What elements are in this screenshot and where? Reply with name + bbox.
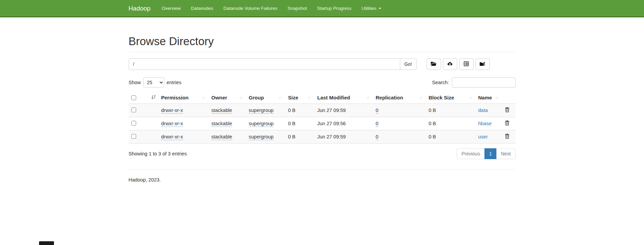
directory-link[interactable]: hbase	[478, 121, 492, 126]
trash-icon	[505, 135, 510, 140]
pagination-previous[interactable]: Previous	[457, 148, 484, 159]
sort-icon: ↓↑	[308, 95, 312, 100]
owner-cell[interactable]: stackable	[211, 108, 232, 114]
cloud-upload-icon	[447, 61, 453, 67]
sort-icon: ↓↑	[279, 95, 283, 100]
header-group[interactable]: Group↓↑	[246, 92, 286, 104]
nav-overview[interactable]: Overview	[157, 0, 186, 17]
nav-snapshot[interactable]: Snapshot	[282, 0, 312, 17]
header-name[interactable]: Name↓↑	[476, 92, 502, 104]
row-checkbox[interactable]	[131, 108, 136, 112]
sort-icon: ↓↑	[469, 95, 473, 100]
trash-icon	[505, 108, 510, 113]
replication-cell[interactable]: 0	[376, 134, 379, 140]
caret-down-icon	[379, 8, 381, 9]
search-label: Search:	[432, 80, 449, 85]
nav-datanode-volume-failures[interactable]: Datanode Volume Failures	[218, 0, 282, 17]
path-bar: Go!	[129, 58, 516, 70]
sort-icon: ↓↑	[366, 95, 370, 100]
header-replication[interactable]: Replication↓↑	[373, 92, 426, 104]
nav-startup-progress[interactable]: Startup Progress	[312, 0, 356, 17]
upload-files-button[interactable]	[443, 58, 457, 70]
entries-info: Showing 1 to 3 of 3 entries	[129, 151, 187, 156]
sort-icon: ↓↑	[202, 95, 206, 100]
folder-move-icon	[480, 61, 485, 67]
table-footer: Showing 1 to 3 of 3 entries Previous 1 N…	[129, 148, 516, 159]
delete-button[interactable]	[505, 107, 510, 113]
create-directory-button[interactable]	[427, 58, 441, 70]
table-controls: Show 25 entries Search:	[129, 77, 516, 88]
header-size[interactable]: Size↓↑	[286, 92, 315, 104]
navbar: Hadoop Overview Datanodes Datanode Volum…	[0, 0, 644, 17]
group-cell[interactable]: supergroup	[249, 121, 274, 127]
block-size-cell: 0 B	[429, 108, 436, 113]
directory-link[interactable]: user	[478, 134, 488, 139]
size-cell: 0 B	[288, 134, 296, 139]
sort-icon: ↓↑	[495, 95, 499, 100]
screen-artifact	[39, 241, 54, 245]
block-size-cell: 0 B	[429, 121, 436, 126]
brand-hadoop[interactable]: Hadoop	[129, 5, 157, 12]
table-header-row: Permission↓↑ Owner↓↑ Group↓↑ Size↓↑ Last…	[129, 92, 516, 104]
sort-icon: ↓↑	[419, 95, 423, 100]
header-delete	[502, 92, 516, 104]
replication-cell[interactable]: 0	[376, 108, 379, 114]
header-permission[interactable]: Permission↓↑	[159, 92, 209, 104]
block-size-cell: 0 B	[429, 134, 436, 139]
last-modified-cell: Jun 27 09:56	[317, 121, 346, 126]
entries-label: entries	[167, 80, 182, 85]
page-header: Browse Directory	[129, 35, 516, 52]
directory-link[interactable]: data	[478, 108, 488, 113]
directory-path-input[interactable]	[129, 58, 400, 70]
show-label: Show	[129, 80, 141, 85]
replication-cell[interactable]: 0	[376, 121, 379, 127]
owner-cell[interactable]: stackable	[211, 134, 232, 140]
cut-and-paste-button[interactable]	[459, 58, 474, 70]
sort-icon: ↓↑	[239, 95, 243, 100]
site-footer: Hadoop, 2023.	[129, 177, 516, 183]
pagination: Previous 1 Next	[457, 148, 515, 159]
group-cell[interactable]: supergroup	[249, 108, 274, 114]
group-cell[interactable]: supergroup	[249, 134, 274, 140]
table-row: drwxr-xr-x stackable supergroup 0 B Jun …	[129, 104, 516, 117]
last-modified-cell: Jun 27 09:59	[317, 134, 346, 139]
permission-cell[interactable]: drwxr-xr-x	[161, 121, 183, 127]
trash-icon	[505, 121, 510, 127]
move-button[interactable]	[476, 58, 490, 70]
delete-button[interactable]	[505, 120, 510, 127]
owner-cell[interactable]: stackable	[211, 121, 232, 127]
header-block-size[interactable]: Block Size↓↑	[426, 92, 476, 104]
sort-asc-icon	[151, 95, 156, 100]
permission-cell[interactable]: drwxr-xr-x	[161, 134, 183, 140]
nav-datanodes[interactable]: Datanodes	[186, 0, 218, 17]
folder-open-icon	[431, 61, 437, 67]
last-modified-cell: Jun 27 09:59	[317, 108, 346, 113]
header-select[interactable]	[129, 92, 159, 104]
divider	[129, 169, 516, 170]
header-last-modified[interactable]: Last Modified↓↑	[315, 92, 373, 104]
page-size-select[interactable]: 25	[143, 77, 164, 88]
row-checkbox[interactable]	[131, 121, 136, 126]
directory-table: Permission↓↑ Owner↓↑ Group↓↑ Size↓↑ Last…	[129, 92, 516, 144]
go-button[interactable]: Go!	[400, 58, 417, 70]
pagination-next[interactable]: Next	[496, 148, 516, 159]
table-row: drwxr-xr-x stackable supergroup 0 B Jun …	[129, 130, 516, 144]
size-cell: 0 B	[288, 108, 296, 113]
browse-directory-page: Hadoop Overview Datanodes Datanode Volum…	[0, 0, 644, 245]
header-owner[interactable]: Owner↓↑	[209, 92, 246, 104]
pagination-page-1[interactable]: 1	[484, 148, 497, 159]
table-row: drwxr-xr-x stackable supergroup 0 B Jun …	[129, 117, 516, 130]
select-all-checkbox[interactable]	[131, 95, 136, 100]
size-cell: 0 B	[288, 121, 296, 126]
list-alt-icon	[464, 61, 469, 67]
nav-utilities-dropdown[interactable]: Utilities	[356, 0, 386, 17]
row-checkbox[interactable]	[131, 134, 136, 139]
search-input[interactable]	[452, 77, 516, 88]
delete-button[interactable]	[505, 134, 510, 140]
page-title: Browse Directory	[129, 35, 516, 48]
permission-cell[interactable]: drwxr-xr-x	[161, 108, 183, 114]
